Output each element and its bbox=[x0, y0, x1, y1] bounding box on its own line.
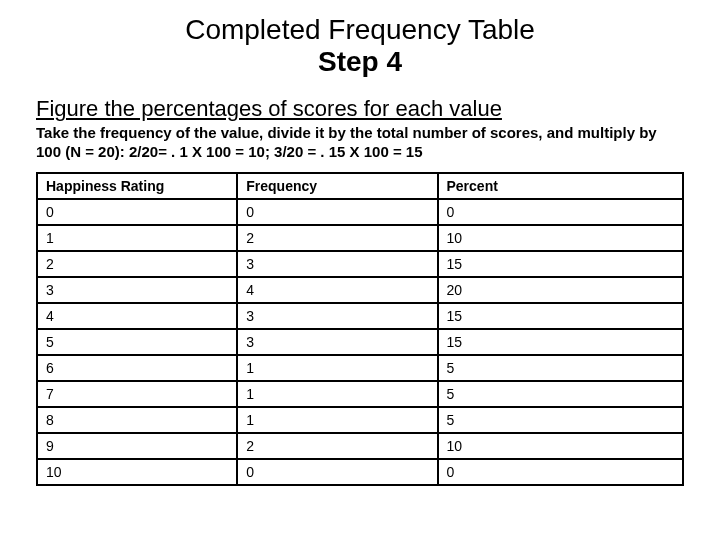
cell-percent: 10 bbox=[438, 225, 684, 251]
cell-percent: 20 bbox=[438, 277, 684, 303]
instruction-heading: Figure the percentages of scores for eac… bbox=[36, 96, 684, 122]
table-row: 10 0 0 bbox=[37, 459, 683, 485]
table-row: 4 3 15 bbox=[37, 303, 683, 329]
cell-percent: 5 bbox=[438, 407, 684, 433]
cell-frequency: 0 bbox=[237, 199, 437, 225]
col-header-rating: Happiness Rating bbox=[37, 173, 237, 199]
table-row: 5 3 15 bbox=[37, 329, 683, 355]
cell-rating: 8 bbox=[37, 407, 237, 433]
cell-percent: 0 bbox=[438, 199, 684, 225]
col-header-frequency: Frequency bbox=[237, 173, 437, 199]
cell-percent: 15 bbox=[438, 303, 684, 329]
cell-rating: 10 bbox=[37, 459, 237, 485]
table-row: 0 0 0 bbox=[37, 199, 683, 225]
table-header-row: Happiness Rating Frequency Percent bbox=[37, 173, 683, 199]
cell-percent: 10 bbox=[438, 433, 684, 459]
cell-rating: 6 bbox=[37, 355, 237, 381]
cell-frequency: 1 bbox=[237, 407, 437, 433]
cell-rating: 2 bbox=[37, 251, 237, 277]
cell-frequency: 3 bbox=[237, 329, 437, 355]
cell-rating: 7 bbox=[37, 381, 237, 407]
cell-percent: 15 bbox=[438, 329, 684, 355]
cell-frequency: 0 bbox=[237, 459, 437, 485]
cell-rating: 9 bbox=[37, 433, 237, 459]
page-title: Completed Frequency Table Step 4 bbox=[36, 14, 684, 78]
col-header-percent: Percent bbox=[438, 173, 684, 199]
cell-percent: 0 bbox=[438, 459, 684, 485]
title-line-2: Step 4 bbox=[318, 46, 402, 77]
cell-rating: 1 bbox=[37, 225, 237, 251]
table-row: 7 1 5 bbox=[37, 381, 683, 407]
table-row: 9 2 10 bbox=[37, 433, 683, 459]
cell-percent: 15 bbox=[438, 251, 684, 277]
cell-frequency: 2 bbox=[237, 433, 437, 459]
title-line-1: Completed Frequency Table bbox=[185, 14, 535, 45]
table-row: 1 2 10 bbox=[37, 225, 683, 251]
cell-frequency: 2 bbox=[237, 225, 437, 251]
cell-frequency: 4 bbox=[237, 277, 437, 303]
cell-percent: 5 bbox=[438, 355, 684, 381]
frequency-table: Happiness Rating Frequency Percent 0 0 0… bbox=[36, 172, 684, 486]
cell-rating: 0 bbox=[37, 199, 237, 225]
table-row: 2 3 15 bbox=[37, 251, 683, 277]
table-row: 6 1 5 bbox=[37, 355, 683, 381]
cell-frequency: 3 bbox=[237, 251, 437, 277]
cell-rating: 3 bbox=[37, 277, 237, 303]
cell-rating: 4 bbox=[37, 303, 237, 329]
table-row: 3 4 20 bbox=[37, 277, 683, 303]
instruction-detail: Take the frequency of the value, divide … bbox=[36, 124, 684, 162]
table-row: 8 1 5 bbox=[37, 407, 683, 433]
cell-frequency: 1 bbox=[237, 355, 437, 381]
cell-frequency: 1 bbox=[237, 381, 437, 407]
cell-rating: 5 bbox=[37, 329, 237, 355]
cell-percent: 5 bbox=[438, 381, 684, 407]
cell-frequency: 3 bbox=[237, 303, 437, 329]
